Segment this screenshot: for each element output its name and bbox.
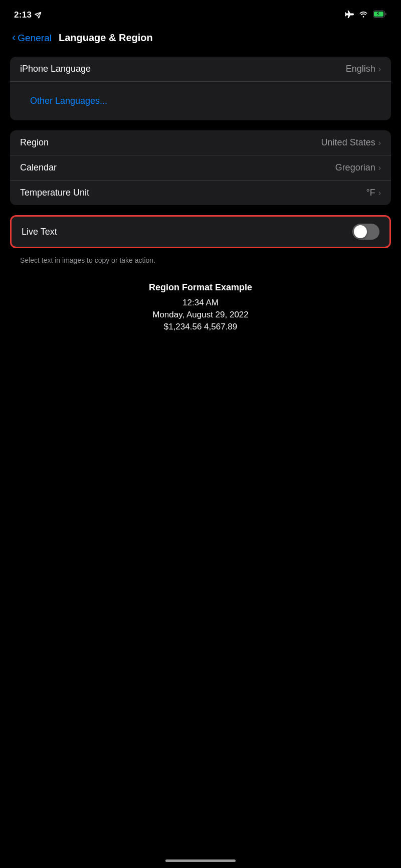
live-text-description: Select text in images to copy or take ac… xyxy=(10,253,391,272)
location-icon xyxy=(35,12,42,19)
live-text-label: Live Text xyxy=(22,227,57,237)
live-text-group: Live Text xyxy=(10,215,391,248)
battery-icon xyxy=(373,11,387,20)
back-button[interactable]: ‹ General xyxy=(12,33,52,44)
region-format-date: Monday, August 29, 2022 xyxy=(10,310,391,320)
live-text-row[interactable]: Live Text xyxy=(12,217,389,247)
status-bar: 2:13 xyxy=(0,0,401,27)
region-format-title: Region Format Example xyxy=(10,282,391,293)
temperature-unit-label: Temperature Unit xyxy=(20,188,89,198)
nav-bar: ‹ General Language & Region xyxy=(0,27,401,52)
region-row[interactable]: Region United States › xyxy=(10,130,391,155)
time-display: 2:13 xyxy=(14,10,32,20)
region-group: Region United States › Calendar Gregoria… xyxy=(10,130,391,205)
chevron-icon: › xyxy=(378,65,381,74)
status-time-area: 2:13 xyxy=(14,10,42,20)
chevron-icon: › xyxy=(378,189,381,198)
chevron-icon: › xyxy=(378,138,381,147)
language-group: iPhone Language English › Other Language… xyxy=(10,57,391,120)
iphone-language-row[interactable]: iPhone Language English › xyxy=(10,57,391,82)
home-indicator xyxy=(165,859,236,862)
region-label: Region xyxy=(20,137,49,148)
toggle-track xyxy=(352,224,379,240)
other-languages-label: Other Languages... xyxy=(20,89,117,113)
region-format-time: 12:34 AM xyxy=(10,298,391,308)
temperature-unit-row[interactable]: Temperature Unit °F › xyxy=(10,181,391,205)
live-text-toggle[interactable] xyxy=(352,224,379,240)
other-languages-row[interactable]: Other Languages... xyxy=(10,82,391,120)
wifi-icon xyxy=(359,11,368,20)
region-format-numbers: $1,234.56 4,567.89 xyxy=(10,322,391,332)
chevron-icon: › xyxy=(378,163,381,172)
page-title: Language & Region xyxy=(59,32,153,44)
back-chevron-icon: ‹ xyxy=(12,32,16,43)
calendar-row[interactable]: Calendar Gregorian › xyxy=(10,155,391,181)
airplane-icon xyxy=(345,10,354,20)
region-value: United States › xyxy=(321,137,381,148)
iphone-language-value: English › xyxy=(346,64,381,74)
iphone-language-label: iPhone Language xyxy=(20,64,91,74)
calendar-label: Calendar xyxy=(20,162,57,173)
toggle-thumb xyxy=(354,225,367,238)
region-format-section: Region Format Example 12:34 AM Monday, A… xyxy=(10,272,391,347)
back-label: General xyxy=(18,33,52,44)
temperature-unit-value: °F › xyxy=(366,188,381,198)
status-icons xyxy=(345,10,387,20)
settings-content: iPhone Language English › Other Language… xyxy=(0,52,401,347)
calendar-value: Gregorian › xyxy=(335,162,381,173)
